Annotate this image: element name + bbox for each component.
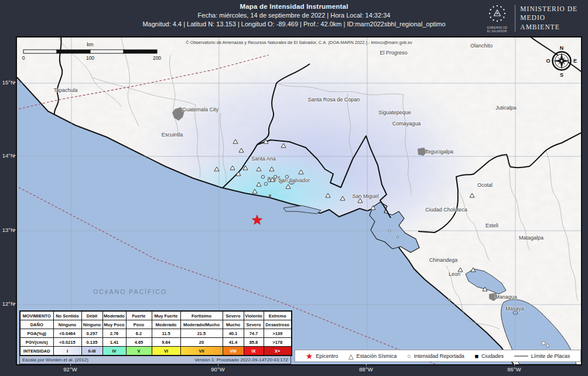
ministry-name: MINISTERIO DE MEDIO AMBIENTE (520, 5, 583, 32)
legend-label: Ciudades (481, 353, 504, 359)
line-icon (514, 356, 528, 357)
table-cell: 2.76 (102, 329, 126, 338)
compass-o: O (546, 58, 550, 64)
table-cell: >139 (264, 329, 292, 338)
square-icon: ■ (474, 353, 478, 359)
table-cell: VII (180, 347, 223, 356)
table-cell: 20 (180, 338, 223, 347)
gobierno-text: GOBIERNO DE EL SALVADOR (483, 26, 511, 33)
city-label: Tegucigalpa (425, 149, 453, 155)
table-cell: VI (152, 347, 180, 356)
table-cell: 41.4 (223, 338, 244, 347)
table-cell: V (126, 347, 152, 356)
table-cell: 21.5 (180, 329, 223, 338)
table-cell: IV (102, 347, 126, 356)
table-cell: Muy Fuerte (152, 311, 180, 320)
table-row: INTENSIDADIII-IIIIVVVIVIIVIIIIXX+ (20, 347, 292, 356)
table-cell: 1.41 (102, 338, 126, 347)
legend-label: Límite de Placas (531, 353, 570, 359)
city-label: Managua (495, 294, 517, 300)
table-cell: >178 (264, 338, 292, 347)
table-cell: 9.64 (152, 338, 180, 347)
city-label: San Salvador (278, 177, 310, 183)
lat-tickmark (13, 303, 16, 304)
lon-tickmark (366, 363, 367, 365)
table-cell: 4.65 (126, 338, 152, 347)
city-label: Chinandega (429, 257, 458, 263)
city-label: San Miguel (352, 193, 378, 199)
table-cell: Violento (244, 311, 264, 320)
lat-tick-label: 15°N (1, 79, 15, 86)
scale-tick-100: 100 (86, 55, 94, 61)
intensity-scale-table: MOVIMIENTONo SentidoDébilModeradoFuerteM… (19, 310, 292, 356)
table-cell: Desastroso (264, 320, 292, 329)
star-icon: ★ (306, 353, 313, 359)
table-row: PGA(%g)<0.04640.2972.766.211.521.540.174… (20, 329, 292, 338)
ocean-label: OCéANO PACÍFICO (93, 288, 167, 295)
processing-version: Versión 1: Procesado 2022-09-14T20:43:17… (194, 357, 288, 363)
table-cell: 11.5 (152, 329, 180, 338)
city-label: Ocotal (477, 182, 493, 188)
legend-label: Estación Sísmica (356, 353, 396, 359)
table-row: MOVIMIENTONo SentidoDébilModeradoFuerteM… (20, 311, 292, 320)
table-cell: Ninguno (81, 320, 102, 329)
city-label: Esteli (486, 223, 498, 228)
table-cell: Poco (126, 320, 152, 329)
legend-label: Intensidad Reportada (414, 353, 464, 359)
table-cell: II-III (81, 347, 102, 356)
table-cell: Moderado (102, 311, 126, 320)
legend-item: ○Intensidad Reportada (407, 353, 464, 359)
row-label: INTENSIDAD (20, 347, 53, 356)
circle-icon: ○ (407, 353, 411, 359)
lat-tick-label: 12°N (1, 300, 15, 307)
lat-tick-label: 13°N (1, 227, 15, 233)
city-label: Matagalpa (519, 235, 543, 241)
scale-tick-200: 200 (153, 55, 161, 61)
triangle-icon: △ (348, 353, 353, 359)
city-label: Leon (449, 271, 460, 277)
table-footer: Escala por Worden et al. (2012) Versión … (19, 356, 291, 364)
scale-tick-0: 0 (22, 55, 25, 61)
lon-tick-label: 92°W (63, 366, 77, 372)
table-cell: Fuerte (126, 311, 152, 320)
city-label: Ciudad Choluteca (425, 207, 467, 213)
city-label: El Progreso (380, 50, 407, 56)
ometepe-island (542, 341, 545, 345)
city-marker-chinandega (448, 299, 450, 301)
compass-n: N (560, 45, 564, 51)
city-label: Comayagua (392, 121, 421, 127)
city-label: Juticalpa (495, 105, 517, 111)
el-salvador-emblem: GOBIERNO DE EL SALVADOR (483, 4, 511, 33)
table-cell: 40.1 (223, 329, 244, 338)
city-label: Santa Rosa de Copan (308, 97, 360, 102)
compass-e: E (573, 58, 577, 64)
lon-tick-label: 90°W (211, 366, 224, 372)
city-label: Siguatepeque (378, 110, 411, 115)
row-label: MOVIMIENTO (20, 311, 53, 320)
legend-item: Límite de Placas (514, 353, 570, 359)
table-cell: Ninguno (53, 320, 81, 329)
table-cell: Moderado (152, 320, 180, 329)
table-cell: 85.8 (244, 338, 264, 347)
city-label: Guatemala City (182, 107, 218, 112)
gobierno-logo: GOBIERNO DE EL SALVADOR MINISTERIO DE ME… (483, 0, 583, 36)
emblem-icon (487, 4, 507, 23)
lat-tickmark (13, 82, 16, 83)
legend-item: △Estación Sísmica (348, 353, 397, 359)
lat-tickmark (13, 230, 16, 230)
table-cell: 6.2 (126, 329, 152, 338)
table-cell: Severo (223, 311, 244, 320)
row-label: PGA(%g) (20, 329, 53, 338)
city-marker-santa-ana (269, 194, 271, 197)
city-label: Masaya (505, 306, 524, 312)
table-row: DAÑONingunoNingunoMuy PocoPocoModeradoMo… (20, 320, 292, 329)
city-label: Escuintla (162, 132, 183, 138)
table-cell: Severo (244, 320, 264, 329)
table-cell: <0.0215 (53, 338, 81, 347)
table-cell: 74.7 (244, 329, 264, 338)
table-cell: Extremo (264, 311, 292, 320)
table-row: PGV(cm/s)<0.02150.1351.414.659.642041.48… (20, 338, 292, 347)
table-cell: 0.297 (81, 329, 102, 338)
table-cell: I (53, 347, 81, 356)
lat-tickmark (13, 155, 16, 156)
